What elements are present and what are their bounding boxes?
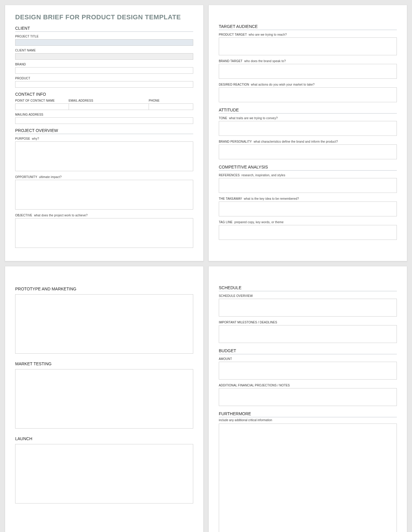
- input-poc[interactable]: [15, 103, 69, 110]
- input-client-name[interactable]: [15, 53, 193, 60]
- section-competitive: COMPETITIVE ANALYSIS: [219, 165, 397, 171]
- label-brand-target: BRAND TARGETwho does the brand speak to?: [219, 59, 397, 63]
- textarea-product-target[interactable]: [219, 37, 397, 55]
- section-project-overview: PROJECT OVERVIEW: [15, 128, 193, 134]
- label-tone: TONEwhat traits are we trying to convey?: [219, 117, 397, 120]
- textarea-market-testing[interactable]: [15, 369, 193, 429]
- label-project-title: PROJECT TITLE: [15, 35, 193, 38]
- section-target-audience: TARGET AUDIENCE: [219, 24, 397, 30]
- input-brand[interactable]: [15, 67, 193, 74]
- textarea-fin-notes[interactable]: [219, 388, 397, 406]
- textarea-milestones[interactable]: [219, 325, 397, 343]
- textarea-opportunity[interactable]: [15, 180, 193, 210]
- page-2: TARGET AUDIENCE PRODUCT TARGETwho are we…: [208, 5, 407, 261]
- label-mailing: MAILING ADDRESS: [15, 113, 193, 116]
- section-furthermore: FURTHERMORE: [219, 411, 397, 417]
- textarea-tone[interactable]: [219, 121, 397, 136]
- label-references: REFERENCESresearch, inspiration, and sty…: [219, 174, 397, 177]
- label-product-target: PRODUCT TARGETwho are we trying to reach…: [219, 33, 397, 36]
- input-email[interactable]: [69, 103, 149, 110]
- label-brand: BRAND: [15, 63, 193, 66]
- label-tagline: TAG LINEprepared copy, key words, or the…: [219, 221, 397, 224]
- textarea-desired-reaction[interactable]: [219, 87, 397, 102]
- document-title: DESIGN BRIEF FOR PRODUCT DESIGN TEMPLATE: [15, 13, 193, 21]
- textarea-references[interactable]: [219, 178, 397, 193]
- label-poc: POINT OF CONTACT NAME: [15, 99, 69, 102]
- label-objective: OBJECTIVEwhat does the project work to a…: [15, 214, 193, 217]
- textarea-purpose[interactable]: [15, 141, 193, 171]
- section-schedule: SCHEDULE: [219, 285, 397, 291]
- textarea-objective[interactable]: [15, 218, 193, 248]
- section-launch: LAUNCH: [15, 436, 193, 441]
- page-4: SCHEDULE SCHEDULE OVERVIEW IMPORTANT MIL…: [208, 266, 407, 532]
- section-client: CLIENT: [15, 26, 193, 32]
- textarea-brand-target[interactable]: [219, 64, 397, 79]
- hint-furthermore: include any additional critical informat…: [219, 418, 397, 422]
- label-purpose: PURPOSEwhy?: [15, 137, 193, 140]
- label-product: PRODUCT: [15, 77, 193, 80]
- page-3: PROTOTYPE AND MARKETING MARKET TESTING L…: [5, 266, 204, 532]
- section-budget: BUDGET: [219, 348, 397, 354]
- textarea-brand-personality[interactable]: [219, 144, 397, 159]
- textarea-furthermore[interactable]: [219, 424, 397, 532]
- textarea-tagline[interactable]: [219, 225, 397, 240]
- label-client-name: CLIENT NAME: [15, 49, 193, 52]
- label-fin-notes: ADDITIONAL FINANCIAL PROJECTIONS / NOTES: [219, 384, 397, 387]
- label-schedule-overview: SCHEDULE OVERVIEW: [219, 294, 397, 298]
- textarea-amount[interactable]: [219, 362, 397, 380]
- label-takeaway: THE TAKEAWAYwhat is the key idea to be r…: [219, 197, 397, 200]
- textarea-schedule-overview[interactable]: [219, 299, 397, 317]
- textarea-launch[interactable]: [15, 444, 193, 503]
- input-product[interactable]: [15, 81, 193, 88]
- section-prototype: PROTOTYPE AND MARKETING: [15, 287, 193, 291]
- section-attitude: ATTITUDE: [219, 108, 397, 114]
- label-brand-personality: BRAND PERSONALITYwhat characteristics de…: [219, 140, 397, 143]
- textarea-takeaway[interactable]: [219, 202, 397, 216]
- label-desired-reaction: DESIRED REACTIONwhat actions do you wish…: [219, 83, 397, 86]
- input-project-title[interactable]: [15, 39, 193, 46]
- label-email: EMAIL ADDRESS: [69, 99, 149, 102]
- section-market-testing: MARKET TESTING: [15, 361, 193, 366]
- label-amount: AMOUNT: [219, 357, 397, 361]
- label-milestones: IMPORTANT MILESTONES / DEADLINES: [219, 321, 397, 324]
- page-1: DESIGN BRIEF FOR PRODUCT DESIGN TEMPLATE…: [5, 5, 204, 261]
- input-phone[interactable]: [149, 103, 193, 110]
- input-mailing[interactable]: [15, 117, 193, 124]
- textarea-prototype[interactable]: [15, 294, 193, 354]
- label-phone: PHONE: [149, 99, 193, 102]
- label-opportunity: OPPORTUNITYultimate impact?: [15, 175, 193, 179]
- section-contact-info: CONTACT INFO: [15, 92, 193, 97]
